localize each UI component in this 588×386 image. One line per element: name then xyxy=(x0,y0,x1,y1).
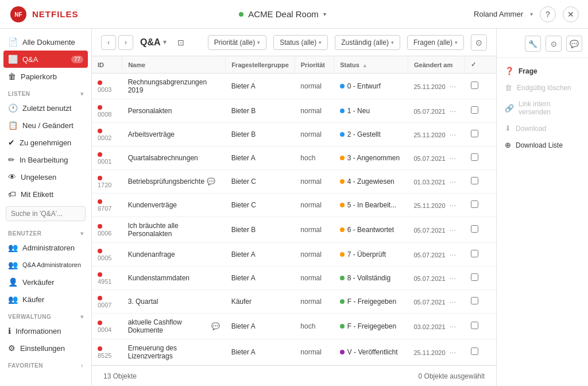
sidebar-item-kaufer[interactable]: 👥 Käufer xyxy=(0,291,91,308)
row-select-checkbox[interactable] xyxy=(471,348,478,355)
cell-checkbox[interactable] xyxy=(465,290,496,314)
cell-checkbox[interactable] xyxy=(465,170,496,194)
frage-icon: ❓ xyxy=(505,67,514,75)
filter-status-button[interactable]: Status (alle) ▾ xyxy=(273,35,328,50)
cell-name[interactable]: aktuelle Cashflow Dokumente 💬 xyxy=(122,314,226,339)
cell-checkbox[interactable] xyxy=(465,146,496,170)
rp-tool-button[interactable]: 🔧 xyxy=(525,36,541,52)
sidebar-item-administratoren[interactable]: 👥 Administratoren xyxy=(0,239,91,256)
filter-zustandig-button[interactable]: Zuständig (alle) ▾ xyxy=(335,35,400,50)
col-header-name[interactable]: Name xyxy=(122,56,226,74)
cell-name[interactable]: Ich bräuchte alle Personalakten xyxy=(122,217,226,243)
row-select-checkbox[interactable] xyxy=(471,130,478,137)
cell-checkbox[interactable] xyxy=(465,339,496,365)
cell-name[interactable]: Quartalsabrechnungen xyxy=(122,146,226,170)
benutzer-chevron-icon[interactable]: ▾ xyxy=(80,230,84,237)
nav-back-button[interactable]: ‹ xyxy=(101,35,116,50)
search-toolbar-button[interactable]: ⊙ xyxy=(471,34,487,51)
verwaltung-chevron-icon[interactable]: ▾ xyxy=(80,314,84,320)
row-more-button[interactable]: ··· xyxy=(447,322,459,331)
sidebar-item-qa[interactable]: ⬜ Q&A 77 xyxy=(3,51,88,68)
cell-name[interactable]: Betriebsprüfungsberichte 💬 xyxy=(122,170,226,194)
row-select-checkbox[interactable] xyxy=(471,273,478,281)
sidebar-item-informationen[interactable]: ℹ Informationen xyxy=(0,322,91,339)
row-more-button[interactable]: ··· xyxy=(447,273,459,283)
user-chevron-icon[interactable]: ▾ xyxy=(530,11,533,17)
close-button[interactable]: ✕ xyxy=(563,6,579,22)
sidebar-item-in-bearbeitung[interactable]: ✏ In Bearbeitung xyxy=(0,151,91,168)
row-select-checkbox[interactable] xyxy=(471,225,478,233)
row-select-checkbox[interactable] xyxy=(471,297,478,304)
row-select-checkbox[interactable] xyxy=(471,200,478,208)
favoriten-chevron-icon[interactable]: › xyxy=(81,362,83,369)
row-select-checkbox[interactable] xyxy=(471,82,478,89)
cell-checkbox[interactable] xyxy=(465,99,496,123)
filter-prioritat-button[interactable]: Priorität (alle) ▾ xyxy=(208,35,266,50)
row-select-checkbox[interactable] xyxy=(471,106,478,114)
cell-prio: normal xyxy=(295,217,334,243)
rp-info-button[interactable]: ⊙ xyxy=(546,36,562,52)
row-more-button[interactable]: ··· xyxy=(447,297,459,306)
row-select-checkbox[interactable] xyxy=(471,177,478,184)
rp-item-download-liste[interactable]: ⊕ Download Liste xyxy=(497,137,588,153)
cell-prio: normal xyxy=(295,123,334,146)
sidebar-item-alle-dokumente[interactable]: 📄 Alle Dokumente xyxy=(0,33,91,51)
sidebar-item-zu-genehmigen[interactable]: ✔ Zu genehmigen xyxy=(0,134,91,151)
cell-checkbox[interactable] xyxy=(465,123,496,146)
cell-name[interactable]: Kundenanfrage xyxy=(122,243,226,267)
section-chevron-icon[interactable]: ▾ xyxy=(163,38,167,46)
trash-icon: 🗑 xyxy=(8,72,16,81)
col-header-prioritat[interactable]: Priorität xyxy=(295,56,334,74)
cell-name[interactable]: Arbeitsverträge xyxy=(122,123,226,146)
sidebar-item-verkaufer[interactable]: 👤 Verkäufer xyxy=(0,273,91,291)
filter-fragen-button[interactable]: Fragen (alle) ▾ xyxy=(407,35,464,50)
cell-name[interactable]: Rechnungsabgrenzungen 2019 xyxy=(122,74,226,99)
cell-checkbox[interactable] xyxy=(465,267,496,290)
row-more-button[interactable]: ··· xyxy=(447,106,459,115)
sidebar-item-einstellungen[interactable]: ⚙ Einstellungen xyxy=(0,339,91,357)
edit-section-button[interactable]: ⊡ xyxy=(173,35,188,50)
help-button[interactable]: ? xyxy=(540,6,556,22)
cell-name[interactable]: Personalakten xyxy=(122,99,226,123)
row-more-button[interactable]: ··· xyxy=(447,225,459,234)
row-more-button[interactable]: ··· xyxy=(447,82,459,91)
row-more-button[interactable]: ··· xyxy=(447,177,459,186)
rp-item-frage[interactable]: ❓ Frage xyxy=(497,63,588,79)
row-select-checkbox[interactable] xyxy=(471,153,478,161)
cell-checkbox[interactable] xyxy=(465,74,496,99)
col-header-fragegruppe[interactable]: Fragestellergruppe xyxy=(226,56,295,74)
cell-checkbox[interactable] xyxy=(465,243,496,267)
cell-checkbox[interactable] xyxy=(465,194,496,217)
sidebar-item-zuletzt-benutzt[interactable]: 🕐 Zuletzt benutzt xyxy=(0,99,91,117)
cell-checkbox[interactable] xyxy=(465,217,496,243)
col-header-id[interactable]: ID xyxy=(92,56,122,74)
search-input[interactable] xyxy=(6,206,86,221)
user-name[interactable]: Roland Ammer xyxy=(474,10,523,18)
row-more-button[interactable]: ··· xyxy=(447,348,459,357)
sidebar-item-ungelesen[interactable]: 👁 Ungelesen xyxy=(0,168,91,186)
row-more-button[interactable]: ··· xyxy=(447,130,459,139)
row-more-button[interactable]: ··· xyxy=(447,153,459,163)
row-more-button[interactable]: ··· xyxy=(447,250,459,259)
col-header-geandert[interactable]: Geändert am xyxy=(408,56,465,74)
sidebar-item-mit-etikett[interactable]: 🏷 Mit Etikett xyxy=(0,186,91,203)
cell-id: 0006 xyxy=(92,217,122,243)
row-select-checkbox[interactable] xyxy=(471,250,478,257)
sidebar-item-papierkorb[interactable]: 🗑 Papierkorb xyxy=(0,68,91,85)
sidebar-item-neu-geandert[interactable]: 📋 Neu / Geändert xyxy=(0,117,91,134)
sidebar-item-qa-administratoren[interactable]: 👥 Q&A Administratoren xyxy=(0,256,91,273)
row-select-checkbox[interactable] xyxy=(471,322,478,329)
cell-name[interactable]: Kundenstammdaten xyxy=(122,267,226,290)
rp-comment-button[interactable]: 💬 xyxy=(566,36,582,52)
row-more-button[interactable]: ··· xyxy=(447,200,459,210)
listen-chevron-icon[interactable]: ▾ xyxy=(80,91,84,97)
cell-name[interactable]: Kundenverträge xyxy=(122,194,226,217)
cell-gruppe: Käufer xyxy=(226,290,295,314)
cell-name[interactable]: 3. Quartal xyxy=(122,290,226,314)
deal-room-chevron-icon[interactable]: ▾ xyxy=(323,11,326,17)
cell-checkbox[interactable] xyxy=(465,314,496,339)
nav-forward-button[interactable]: › xyxy=(118,35,133,50)
col-header-status[interactable]: Status ▲ xyxy=(334,56,408,74)
cell-date: 05.07.2021 ··· xyxy=(408,243,465,267)
cell-name[interactable]: Erneuerung des Lizenzvertrags xyxy=(122,339,226,365)
